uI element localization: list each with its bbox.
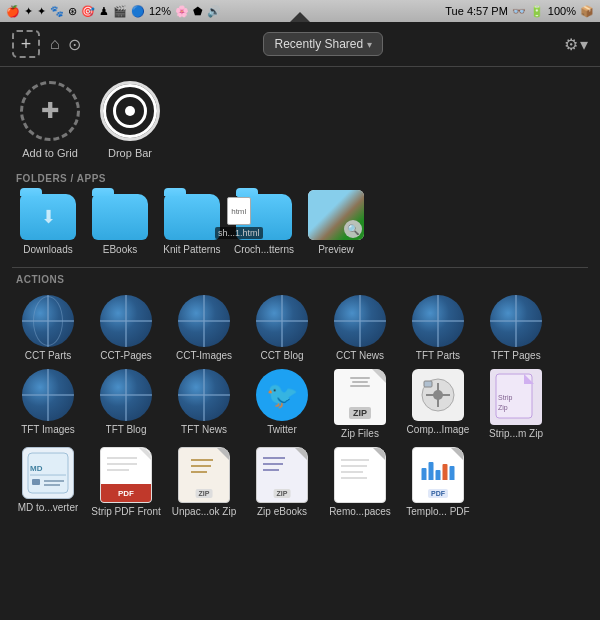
add-to-grid-item[interactable]: ✚ Add to Grid [20, 81, 80, 159]
settings-button[interactable]: ⚙ ▾ [564, 35, 588, 54]
action-cct-news[interactable]: CCT News [324, 295, 396, 361]
upload-icon-button[interactable]: ⊙ [66, 33, 83, 56]
battery-full: 100% [548, 5, 576, 17]
action-zip-files-label: Zip Files [341, 428, 379, 439]
globe-cct-blog-icon [256, 295, 308, 347]
action-tft-pages-label: TFT Pages [491, 350, 540, 361]
globe-cct-pages-icon [100, 295, 152, 347]
action-md-converter[interactable]: MD MD to...verter [12, 447, 84, 517]
zipe-svg [261, 454, 297, 482]
pdf-lines-svg [105, 454, 141, 484]
globe-grid-6 [412, 295, 464, 347]
globe-grid-5 [334, 295, 386, 347]
svg-text:Zip: Zip [498, 404, 508, 412]
panel-arrow [290, 12, 310, 22]
template-pdf-icon: PDF [412, 447, 464, 503]
folder-knit-icon [164, 194, 220, 240]
plus-icon: + [21, 34, 32, 55]
zip-lines [350, 377, 370, 387]
menubar-icon: ♟ [99, 5, 109, 18]
svg-rect-12 [32, 479, 40, 485]
globe-grid-7 [490, 295, 542, 347]
unpack-icon: ZIP [178, 447, 230, 503]
action-tft-news[interactable]: TFT News [168, 369, 240, 439]
plus-circle-icon: ✚ [41, 98, 59, 124]
svg-text:Strip: Strip [498, 394, 513, 402]
action-twitter-label: Twitter [267, 424, 296, 435]
add-to-grid-label: Add to Grid [22, 147, 78, 159]
folders-section-header: FOLDERS / APPS [0, 169, 600, 190]
action-zip-files[interactable]: Zip Files [324, 369, 396, 439]
icon-zip-label-2: ZIP [274, 489, 291, 498]
pdf-lines [105, 454, 141, 488]
action-strip-pdf[interactable]: PDF Strip PDF Front [90, 447, 162, 517]
action-strip-zip[interactable]: Strip Zip Strip...m Zip [480, 369, 552, 439]
zip-fold [372, 369, 386, 383]
dropbox-icon: 📦 [580, 5, 594, 18]
action-cct-pages-label: CCT-Pages [100, 350, 152, 361]
action-compress-image[interactable]: Comp...Image [402, 369, 474, 439]
action-cct-parts[interactable]: CCT Parts [12, 295, 84, 361]
battery-percent: 12% [149, 5, 171, 17]
recently-shared-dropdown[interactable]: Recently Shared ▾ [263, 32, 383, 56]
folder-preview-label: Preview [318, 244, 354, 255]
action-zip-ebooks[interactable]: ZIP Zip eBooks [246, 447, 318, 517]
add-to-grid-icon: ✚ [20, 81, 80, 141]
action-remove-spaces[interactable]: Remo...paces [324, 447, 396, 517]
action-tft-pages[interactable]: TFT Pages [480, 295, 552, 361]
icon-zip-label: ZIP [196, 489, 213, 498]
action-cct-images-label: CCT-Images [176, 350, 232, 361]
toolbar: + ⌂ ⊙ Recently Shared ▾ ⚙ ▾ [0, 22, 600, 67]
quick-actions-bar: ✚ Add to Grid Drop Bar [0, 67, 600, 169]
icon-fold-4 [451, 448, 463, 460]
folder-preview[interactable]: 🔍 Preview [304, 190, 368, 255]
divider-1 [12, 267, 588, 268]
zip-files-icon [334, 369, 386, 425]
drop-bar-item[interactable]: Drop Bar [100, 81, 160, 159]
svg-rect-9 [28, 453, 68, 493]
apple-icon[interactable]: 🍎 [6, 5, 20, 18]
bar-3 [436, 470, 441, 480]
dragged-file: html sh...1.html [215, 197, 263, 239]
folder-ebooks[interactable]: EBooks [88, 194, 152, 255]
folder-crochet-label: Croch...tterns [234, 244, 294, 255]
action-remove-spaces-label: Remo...paces [329, 506, 391, 517]
action-cct-pages[interactable]: CCT-Pages [90, 295, 162, 361]
action-tft-parts-label: TFT Parts [416, 350, 460, 361]
menubar-icon: ✦ [24, 5, 33, 18]
bar-2 [429, 462, 434, 480]
action-template-pdf[interactable]: PDF Templo... PDF [402, 447, 474, 517]
add-button[interactable]: + [12, 30, 40, 58]
dragged-file-label: sh...1.html [215, 227, 263, 239]
globe-cct-images-icon [178, 295, 230, 347]
action-tft-blog[interactable]: TFT Blog [90, 369, 162, 439]
toolbar-icons: ⌂ ⊙ [48, 33, 83, 56]
battery-icon: 🔋 [530, 5, 544, 18]
action-tft-parts[interactable]: TFT Parts [402, 295, 474, 361]
menubar-right: Tue 4:57 PM 👓 🔋 100% 📦 [445, 5, 594, 18]
svg-rect-4 [424, 381, 432, 387]
magnify-icon: 🔍 [344, 220, 362, 238]
zip-line [350, 377, 370, 379]
home-icon-button[interactable]: ⌂ [48, 33, 62, 55]
drop-bar-label: Drop Bar [108, 147, 152, 159]
glasses-icon: 👓 [512, 5, 526, 18]
action-cct-blog[interactable]: CCT Blog [246, 295, 318, 361]
globe-grid-3 [178, 295, 230, 347]
globe-cct-parts-icon [22, 295, 74, 347]
action-tft-images[interactable]: TFT Images [12, 369, 84, 439]
zip-line-2 [350, 385, 370, 387]
action-cct-images[interactable]: CCT-Images [168, 295, 240, 361]
action-twitter[interactable]: 🐦 Twitter [246, 369, 318, 439]
cursor: ↖ [240, 210, 252, 226]
action-cct-news-label: CCT News [336, 350, 384, 361]
folder-downloads[interactable]: ⬇ Downloads [16, 194, 80, 255]
strip-zip-icon: Strip Zip [490, 369, 542, 425]
globe-cct-news-icon [334, 295, 386, 347]
target-icon [103, 84, 157, 138]
folder-ebooks-label: EBooks [103, 244, 137, 255]
menubar-icon: 🌸 [175, 5, 189, 18]
action-unpack-zip[interactable]: ZIP Unpac...ok Zip [168, 447, 240, 517]
action-cct-parts-label: CCT Parts [25, 350, 72, 361]
bar-5 [450, 466, 455, 480]
